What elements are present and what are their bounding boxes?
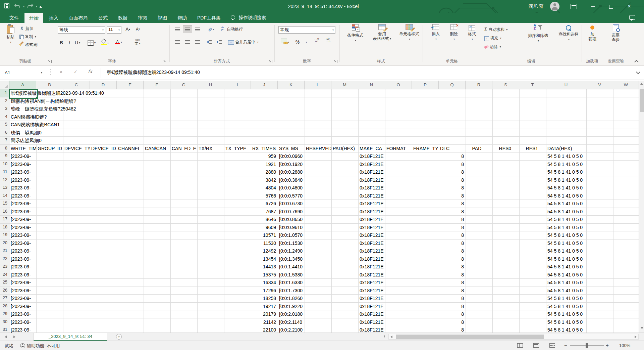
cancel-icon[interactable]: ×	[60, 69, 62, 75]
cell[interactable]: 8	[439, 192, 466, 200]
ribbon-display-options-icon[interactable]	[571, 4, 577, 9]
column-header-E[interactable]: E	[117, 81, 144, 89]
cell[interactable]: 8	[439, 303, 466, 310]
formula-bar-grip[interactable]	[50, 69, 51, 76]
cell[interactable]: [2023-09-	[9, 303, 36, 310]
row-header-22[interactable]: 22	[0, 255, 9, 263]
sort-filter-button[interactable]: A Z 排序和筛选▾	[522, 24, 554, 43]
zoom-out-button[interactable]: −	[564, 342, 567, 348]
cell[interactable]: [2023-09-	[9, 255, 36, 263]
cell[interactable]: [0:0:0.6730	[278, 200, 305, 208]
cell[interactable]: 8	[439, 176, 466, 184]
cell[interactable]: 0x18F121E	[358, 279, 385, 287]
row-header-5[interactable]: 5	[0, 121, 9, 129]
cell[interactable]: 6726	[251, 200, 278, 208]
column-header-K[interactable]: K	[278, 81, 305, 89]
clear-button[interactable]: 清除 ▾	[484, 43, 501, 50]
row-header-16[interactable]: 16	[0, 208, 9, 216]
cell[interactable]: DEVICE_ID	[90, 145, 117, 152]
cell[interactable]: 12492	[251, 247, 278, 255]
cell[interactable]: 54 5 8 1 41 0 5 0	[546, 287, 586, 295]
cell[interactable]: 54 5 8 1 41 0 5 0	[546, 224, 586, 231]
decrease-indent-button[interactable]	[205, 38, 213, 46]
row-header-27[interactable]: 27	[0, 295, 9, 302]
cell[interactable]: 0x18F121E	[358, 271, 385, 279]
cell[interactable]: 54 5 8 1 41 0 5 0	[546, 161, 586, 168]
cell[interactable]: 54 5 8 1 41 0 5 0	[546, 303, 586, 310]
row-header-28[interactable]: 28	[0, 303, 9, 310]
cell-A2[interactable]: 鏈骣构浠祺AN鎶ㄧ构鎬绘暟锛?	[11, 98, 77, 104]
cell[interactable]: [2023-09-	[9, 310, 36, 318]
formula-bar-value[interactable]: 寮€濮嬫祴璇曟椂闂达細2023-09-14 09:51:40	[107, 70, 200, 76]
ribbon-tab-视图[interactable]: 视图	[153, 13, 172, 23]
cell[interactable]: [0:0:1.7300	[278, 287, 305, 295]
column-header-R[interactable]: R	[466, 81, 492, 89]
vertical-scrollbar[interactable]	[639, 81, 644, 333]
cell[interactable]: 8	[439, 271, 466, 279]
row-header-13[interactable]: 13	[0, 184, 9, 192]
cell[interactable]: 7687	[251, 208, 278, 216]
scroll-left-icon[interactable]	[390, 336, 392, 338]
cell[interactable]: 5766	[251, 192, 278, 200]
align-right-button[interactable]	[193, 38, 202, 46]
column-header-J[interactable]: J	[251, 81, 278, 89]
column-header-U[interactable]: U	[546, 81, 586, 89]
row-header-14[interactable]: 14	[0, 192, 9, 200]
find-select-button[interactable]: 查找和选择▾	[555, 24, 582, 42]
row-header-2[interactable]: 2	[0, 97, 9, 105]
cell[interactable]: 16334	[251, 279, 278, 287]
phonetic-button[interactable]: wén文▾	[131, 38, 144, 45]
cell[interactable]: 0x18F121E	[358, 287, 385, 295]
increase-font-icon[interactable]: A▴	[123, 26, 132, 33]
column-header-T[interactable]: T	[519, 81, 546, 89]
column-header-L[interactable]: L	[305, 81, 331, 89]
cell[interactable]: 54 5 8 1 41 0 5 0	[546, 168, 586, 176]
font-family-combo[interactable]: 等线▾	[58, 26, 105, 34]
tab-splitter-grip[interactable]	[384, 335, 385, 339]
cell[interactable]: RX_TIMES	[251, 145, 278, 152]
cell[interactable]: [2023-09-	[9, 318, 36, 326]
cell[interactable]: 22100	[251, 326, 278, 333]
cell[interactable]: [2023-09-	[9, 192, 36, 200]
column-header-A[interactable]: A	[9, 81, 36, 89]
cell[interactable]: 13454	[251, 255, 278, 263]
align-center-button[interactable]	[183, 38, 192, 46]
cell[interactable]: 8	[439, 326, 466, 333]
ribbon-tab-插入[interactable]: 插入	[44, 13, 63, 23]
cell[interactable]: CAN_FD_F	[170, 145, 197, 152]
alignment-dialog-launcher[interactable]	[269, 60, 272, 63]
cell-A3[interactable]: 璧峰 鏃堕棿鎴充负锛?250482	[11, 106, 77, 112]
zoom-in-button[interactable]: +	[606, 342, 609, 348]
avatar[interactable]	[550, 2, 559, 11]
number-dialog-launcher[interactable]	[334, 60, 337, 63]
cell[interactable]: [2023-09-	[9, 168, 36, 176]
copy-button[interactable]: 复制 ▾	[19, 33, 36, 40]
page-layout-view-button[interactable]	[533, 343, 539, 348]
cell[interactable]: [0:0:0.8650	[278, 216, 305, 223]
cell[interactable]: 0x18F121E	[358, 239, 385, 247]
row-header-17[interactable]: 17	[0, 216, 9, 223]
column-header-S[interactable]: S	[492, 81, 519, 89]
cell[interactable]: [0:0:2.0180	[278, 310, 305, 318]
cell[interactable]: 0x18F121E	[358, 184, 385, 192]
cell[interactable]: 10571	[251, 231, 278, 239]
cell[interactable]: CHANNEL	[117, 145, 144, 152]
column-header-O[interactable]: O	[385, 81, 412, 89]
column-header-I[interactable]: I	[224, 81, 251, 89]
cell[interactable]: [0:0:1.1530	[278, 239, 305, 247]
expand-formula-bar-icon[interactable]	[636, 70, 640, 74]
row-header-10[interactable]: 10	[0, 161, 9, 168]
horizontal-scroll-thumb[interactable]	[396, 335, 544, 339]
cell[interactable]: 0x18F121E	[358, 263, 385, 271]
comments-icon[interactable]	[629, 15, 635, 20]
orientation-button[interactable]: ab▾	[205, 26, 217, 33]
cell[interactable]: [2023-09-	[9, 263, 36, 271]
fill-color-button[interactable]: ▾	[99, 39, 111, 46]
cell[interactable]: 54 5 8 1 41 0 5 0	[546, 263, 586, 271]
cell[interactable]: SYS_MS	[278, 145, 305, 152]
row-header-29[interactable]: 29	[0, 310, 9, 318]
cell[interactable]: 0x18F121E	[358, 168, 385, 176]
enter-icon[interactable]: ✓	[74, 69, 77, 74]
column-header-P[interactable]: P	[412, 81, 439, 89]
cell[interactable]: 54 5 8 1 41 0 5 0	[546, 318, 586, 326]
